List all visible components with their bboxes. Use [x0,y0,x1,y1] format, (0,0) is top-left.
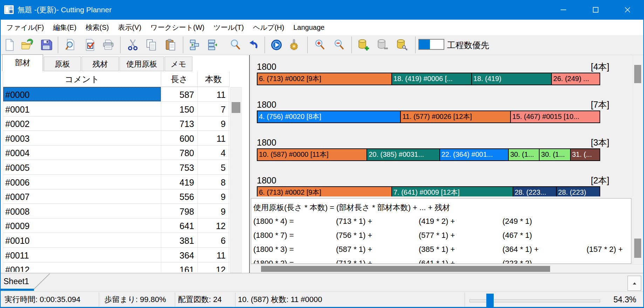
cell-comment[interactable]: #0005 [3,160,161,174]
cell-length[interactable]: 780 [161,145,198,160]
cell-comment[interactable]: #0009 [3,218,161,233]
insert-after-button[interactable] [205,37,222,53]
table-scrollbar[interactable] [230,87,242,273]
tab-残材[interactable]: 残材 [82,56,119,71]
cut-segment[interactable]: 15. (467) #0015 [10... [510,111,600,122]
table-row[interactable]: #00011507 [3,102,229,116]
cell-comment[interactable]: #0011 [3,248,161,262]
cell-count[interactable]: 11 [198,248,229,262]
db-remove-button[interactable] [374,37,391,53]
cell-length[interactable]: 753 [161,160,198,174]
print-button[interactable] [100,37,117,53]
cell-comment[interactable]: #0001 [3,102,161,116]
cut-segment[interactable]: 31. (... [570,149,600,160]
db-add-button[interactable] [355,37,371,53]
cut-segment[interactable]: 11. (577) #0026 [12本] [400,111,510,122]
cell-comment[interactable]: #0002 [3,116,161,130]
column-header-本数[interactable]: 本数 [198,72,229,87]
menu-item[interactable]: ツール(T) [209,20,248,35]
cell-length[interactable]: 150 [161,102,198,116]
table-row[interactable]: #00075569 [3,189,229,204]
open-file-button[interactable] [19,37,35,53]
cell-length[interactable]: 587 [161,87,198,101]
table-row[interactable]: #000360011 [3,131,229,146]
cell-count[interactable]: 4 [198,145,229,160]
cell-comment[interactable]: #0006 [3,175,161,189]
cell-count[interactable]: 5 [198,160,229,174]
menu-item[interactable]: ワークシート(W) [146,20,209,35]
equation-scrollbar[interactable] [633,198,642,264]
menu-item[interactable]: Language [289,20,329,35]
menu-item[interactable]: 編集(E) [48,20,81,35]
cut-segment[interactable]: 18. (419) [471,73,551,85]
table-scrollbar-thumb[interactable] [232,102,240,113]
cell-count[interactable]: 8 [198,175,229,189]
find-button[interactable] [227,37,244,53]
cell-length[interactable]: 419 [161,175,198,189]
save-button[interactable] [38,37,55,53]
equation-scrollbar-thumb[interactable] [634,239,641,258]
diagram-scrollbar[interactable] [633,55,642,196]
cut-segment[interactable]: 28. (223) [556,187,600,196]
table-row[interactable]: #001216112 [3,262,229,272]
diagram-h-scrollbar-thumb[interactable] [261,266,550,272]
table-row[interactable]: #000058711 [3,87,229,102]
copy-button[interactable] [143,37,160,53]
cell-count[interactable]: 6 [198,233,229,247]
maximize-button[interactable] [580,0,612,20]
cell-count[interactable]: 11 [198,131,229,145]
menu-item[interactable]: 検索(S) [81,20,114,35]
insert-before-button[interactable] [187,37,204,53]
tab-原板[interactable]: 原板 [44,56,81,71]
settings-button[interactable] [286,37,302,53]
column-header-長さ[interactable]: 長さ [161,72,198,87]
priority-slider[interactable] [418,39,444,50]
cut-segment[interactable]: 22. (364) #001... [439,149,508,160]
cut-segment[interactable]: 20. (385) #0031... [366,149,439,160]
cell-comment[interactable]: #0010 [3,233,161,247]
cut-segment[interactable]: 7. (641) #0009 [12本] [391,187,513,196]
new-document-button[interactable] [1,37,18,53]
cut-segment[interactable]: 6. (713) #0002 [9本] [258,187,391,196]
cell-count[interactable]: 9 [198,116,229,130]
cut-segment[interactable]: 18. (419) #0006 [... [391,73,471,85]
minimize-button[interactable] [547,0,580,20]
table-row[interactable]: #001136411 [3,248,229,262]
print-preview-button[interactable] [62,37,79,53]
table-row[interactable]: #00027139 [3,116,229,131]
cell-count[interactable]: 9 [198,189,229,203]
cell-comment[interactable]: #0000 [3,87,161,101]
menu-item[interactable]: ヘルプ(H) [248,20,289,35]
cell-comment[interactable]: #0003 [3,131,161,145]
table-row[interactable]: #000964112 [3,218,229,233]
menu-item[interactable]: ファイル(F) [2,20,48,35]
column-header-コメント[interactable]: コメント [3,72,161,87]
cut-segment[interactable]: 26. (249) ... [551,73,600,85]
cut-button[interactable] [124,37,141,53]
table-row[interactable]: #00103816 [3,233,229,248]
tab-使用原板[interactable]: 使用原板 [119,56,164,71]
status-progress-thumb[interactable] [486,294,494,307]
cell-length[interactable]: 798 [161,204,198,218]
zoom-out-button[interactable] [331,37,348,53]
cell-count[interactable]: 11 [198,87,229,101]
cell-comment[interactable]: #0004 [3,145,161,160]
cell-length[interactable]: 600 [161,131,198,145]
cut-segment[interactable]: 4. (756) #0020 [8本] [258,111,400,122]
cell-comment[interactable]: #0007 [3,189,161,203]
cell-length[interactable]: 161 [161,262,198,272]
cell-count[interactable]: 9 [198,204,229,218]
cut-segment[interactable]: 28. (223... [513,187,556,196]
cell-count[interactable]: 7 [198,102,229,116]
cell-count[interactable]: 12 [198,218,229,233]
cell-comment[interactable]: #0008 [3,204,161,218]
close-button[interactable] [612,0,643,20]
table-row[interactable]: #00057535 [3,160,229,175]
menu-item[interactable]: 表示(V) [114,20,146,35]
table-row[interactable]: #00064198 [3,175,229,189]
cell-comment[interactable]: #0012 [3,262,161,272]
print-check-button[interactable] [82,37,98,53]
paste-button[interactable] [162,37,179,53]
run-button[interactable] [268,37,285,53]
zoom-in-button[interactable] [312,37,329,53]
